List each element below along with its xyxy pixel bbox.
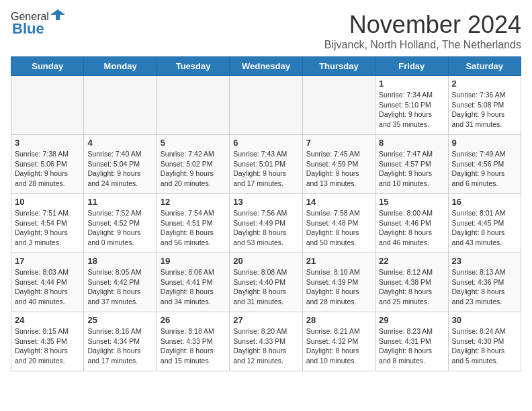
calendar-cell: 29Sunrise: 8:23 AM Sunset: 4:31 PM Dayli… bbox=[375, 312, 448, 371]
logo-blue-text: Blue bbox=[12, 20, 44, 38]
calendar-cell: 4Sunrise: 7:40 AM Sunset: 5:04 PM Daylig… bbox=[84, 135, 157, 194]
calendar-cell: 19Sunrise: 8:06 AM Sunset: 4:41 PM Dayli… bbox=[157, 253, 229, 312]
calendar-cell: 28Sunrise: 8:21 AM Sunset: 4:32 PM Dayli… bbox=[302, 312, 375, 371]
day-number: 1 bbox=[379, 79, 444, 89]
day-number: 29 bbox=[379, 315, 444, 325]
calendar-cell bbox=[302, 76, 375, 135]
day-info: Sunrise: 7:42 AM Sunset: 5:02 PM Dayligh… bbox=[161, 149, 226, 189]
calendar-cell: 12Sunrise: 7:54 AM Sunset: 4:51 PM Dayli… bbox=[157, 194, 229, 253]
logo-bird-icon bbox=[50, 8, 65, 23]
day-number: 11 bbox=[87, 197, 152, 207]
day-info: Sunrise: 7:34 AM Sunset: 5:10 PM Dayligh… bbox=[379, 90, 444, 130]
calendar-cell: 24Sunrise: 8:15 AM Sunset: 4:35 PM Dayli… bbox=[11, 312, 84, 371]
day-info: Sunrise: 7:52 AM Sunset: 4:52 PM Dayligh… bbox=[87, 208, 152, 248]
day-info: Sunrise: 7:45 AM Sunset: 4:59 PM Dayligh… bbox=[306, 149, 371, 189]
day-number: 9 bbox=[452, 138, 517, 148]
calendar-cell bbox=[11, 76, 84, 135]
calendar-cell: 3Sunrise: 7:38 AM Sunset: 5:06 PM Daylig… bbox=[11, 135, 84, 194]
day-number: 25 bbox=[87, 315, 152, 325]
month-title: November 2024 bbox=[324, 11, 521, 39]
day-number: 3 bbox=[15, 138, 80, 148]
day-info: Sunrise: 7:58 AM Sunset: 4:48 PM Dayligh… bbox=[306, 208, 371, 248]
calendar-cell: 7Sunrise: 7:45 AM Sunset: 4:59 PM Daylig… bbox=[302, 135, 375, 194]
calendar-week-4: 17Sunrise: 8:03 AM Sunset: 4:44 PM Dayli… bbox=[11, 253, 521, 312]
day-number: 30 bbox=[452, 315, 517, 325]
calendar-cell: 25Sunrise: 8:16 AM Sunset: 4:34 PM Dayli… bbox=[84, 312, 157, 371]
logo: General Blue bbox=[11, 11, 65, 38]
day-number: 18 bbox=[87, 256, 152, 266]
day-info: Sunrise: 8:01 AM Sunset: 4:45 PM Dayligh… bbox=[452, 208, 517, 248]
calendar-cell: 18Sunrise: 8:05 AM Sunset: 4:42 PM Dayli… bbox=[84, 253, 157, 312]
weekday-header-tuesday: Tuesday bbox=[157, 57, 229, 76]
calendar-week-2: 3Sunrise: 7:38 AM Sunset: 5:06 PM Daylig… bbox=[11, 135, 521, 194]
day-info: Sunrise: 8:20 AM Sunset: 4:33 PM Dayligh… bbox=[233, 326, 298, 366]
title-block: November 2024 Bijvanck, North Holland, T… bbox=[324, 11, 521, 51]
calendar-cell: 27Sunrise: 8:20 AM Sunset: 4:33 PM Dayli… bbox=[230, 312, 302, 371]
day-number: 13 bbox=[233, 197, 298, 207]
day-info: Sunrise: 8:06 AM Sunset: 4:41 PM Dayligh… bbox=[161, 267, 226, 307]
day-info: Sunrise: 8:08 AM Sunset: 4:40 PM Dayligh… bbox=[233, 267, 298, 307]
day-info: Sunrise: 7:54 AM Sunset: 4:51 PM Dayligh… bbox=[161, 208, 226, 248]
calendar-cell: 16Sunrise: 8:01 AM Sunset: 4:45 PM Dayli… bbox=[448, 194, 521, 253]
calendar-cell: 14Sunrise: 7:58 AM Sunset: 4:48 PM Dayli… bbox=[302, 194, 375, 253]
day-number: 27 bbox=[233, 315, 298, 325]
day-info: Sunrise: 7:38 AM Sunset: 5:06 PM Dayligh… bbox=[15, 149, 80, 189]
calendar-cell: 13Sunrise: 7:56 AM Sunset: 4:49 PM Dayli… bbox=[230, 194, 302, 253]
day-info: Sunrise: 8:21 AM Sunset: 4:32 PM Dayligh… bbox=[306, 326, 371, 366]
calendar-cell bbox=[84, 76, 157, 135]
calendar-cell: 8Sunrise: 7:47 AM Sunset: 4:57 PM Daylig… bbox=[375, 135, 448, 194]
day-number: 24 bbox=[15, 315, 80, 325]
calendar-week-3: 10Sunrise: 7:51 AM Sunset: 4:54 PM Dayli… bbox=[11, 194, 521, 253]
calendar-week-1: 1Sunrise: 7:34 AM Sunset: 5:10 PM Daylig… bbox=[11, 76, 521, 135]
day-info: Sunrise: 8:18 AM Sunset: 4:33 PM Dayligh… bbox=[161, 326, 226, 366]
calendar-cell: 17Sunrise: 8:03 AM Sunset: 4:44 PM Dayli… bbox=[11, 253, 84, 312]
day-info: Sunrise: 7:47 AM Sunset: 4:57 PM Dayligh… bbox=[379, 149, 444, 189]
calendar-table: SundayMondayTuesdayWednesdayThursdayFrid… bbox=[11, 56, 521, 371]
day-number: 26 bbox=[161, 315, 226, 325]
calendar-cell: 22Sunrise: 8:12 AM Sunset: 4:38 PM Dayli… bbox=[375, 253, 448, 312]
day-number: 16 bbox=[452, 197, 517, 207]
weekday-header-monday: Monday bbox=[84, 57, 157, 76]
calendar-cell: 5Sunrise: 7:42 AM Sunset: 5:02 PM Daylig… bbox=[157, 135, 229, 194]
day-number: 22 bbox=[379, 256, 444, 266]
day-number: 12 bbox=[161, 197, 226, 207]
calendar-cell: 26Sunrise: 8:18 AM Sunset: 4:33 PM Dayli… bbox=[157, 312, 229, 371]
calendar-cell: 9Sunrise: 7:49 AM Sunset: 4:56 PM Daylig… bbox=[448, 135, 521, 194]
calendar-cell: 23Sunrise: 8:13 AM Sunset: 4:36 PM Dayli… bbox=[448, 253, 521, 312]
calendar-cell: 15Sunrise: 8:00 AM Sunset: 4:46 PM Dayli… bbox=[375, 194, 448, 253]
day-info: Sunrise: 7:36 AM Sunset: 5:08 PM Dayligh… bbox=[452, 90, 517, 130]
day-info: Sunrise: 8:03 AM Sunset: 4:44 PM Dayligh… bbox=[15, 267, 80, 307]
calendar-cell: 6Sunrise: 7:43 AM Sunset: 5:01 PM Daylig… bbox=[230, 135, 302, 194]
calendar-cell bbox=[230, 76, 302, 135]
day-number: 7 bbox=[306, 138, 371, 148]
day-number: 23 bbox=[452, 256, 517, 266]
calendar-cell: 10Sunrise: 7:51 AM Sunset: 4:54 PM Dayli… bbox=[11, 194, 84, 253]
day-info: Sunrise: 8:00 AM Sunset: 4:46 PM Dayligh… bbox=[379, 208, 444, 248]
day-info: Sunrise: 8:16 AM Sunset: 4:34 PM Dayligh… bbox=[87, 326, 152, 366]
calendar-cell: 1Sunrise: 7:34 AM Sunset: 5:10 PM Daylig… bbox=[375, 76, 448, 135]
day-number: 15 bbox=[379, 197, 444, 207]
calendar-cell: 30Sunrise: 8:24 AM Sunset: 4:30 PM Dayli… bbox=[448, 312, 521, 371]
page-header: General Blue November 2024 Bijvanck, Nor… bbox=[11, 11, 521, 51]
day-number: 5 bbox=[161, 138, 226, 148]
day-info: Sunrise: 8:12 AM Sunset: 4:38 PM Dayligh… bbox=[379, 267, 444, 307]
day-info: Sunrise: 8:10 AM Sunset: 4:39 PM Dayligh… bbox=[306, 267, 371, 307]
calendar-cell bbox=[157, 76, 229, 135]
calendar-cell: 2Sunrise: 7:36 AM Sunset: 5:08 PM Daylig… bbox=[448, 76, 521, 135]
day-info: Sunrise: 8:24 AM Sunset: 4:30 PM Dayligh… bbox=[452, 326, 517, 366]
day-number: 20 bbox=[233, 256, 298, 266]
day-number: 4 bbox=[87, 138, 152, 148]
day-info: Sunrise: 8:05 AM Sunset: 4:42 PM Dayligh… bbox=[87, 267, 152, 307]
weekday-header-thursday: Thursday bbox=[302, 57, 375, 76]
day-number: 28 bbox=[306, 315, 371, 325]
weekday-header-row: SundayMondayTuesdayWednesdayThursdayFrid… bbox=[11, 57, 521, 76]
weekday-header-sunday: Sunday bbox=[11, 57, 84, 76]
calendar-cell: 20Sunrise: 8:08 AM Sunset: 4:40 PM Dayli… bbox=[230, 253, 302, 312]
day-info: Sunrise: 7:51 AM Sunset: 4:54 PM Dayligh… bbox=[15, 208, 80, 248]
day-info: Sunrise: 8:15 AM Sunset: 4:35 PM Dayligh… bbox=[15, 326, 80, 366]
day-info: Sunrise: 8:23 AM Sunset: 4:31 PM Dayligh… bbox=[379, 326, 444, 366]
calendar-week-5: 24Sunrise: 8:15 AM Sunset: 4:35 PM Dayli… bbox=[11, 312, 521, 371]
day-number: 2 bbox=[452, 79, 517, 89]
day-number: 14 bbox=[306, 197, 371, 207]
day-info: Sunrise: 7:40 AM Sunset: 5:04 PM Dayligh… bbox=[87, 149, 152, 189]
